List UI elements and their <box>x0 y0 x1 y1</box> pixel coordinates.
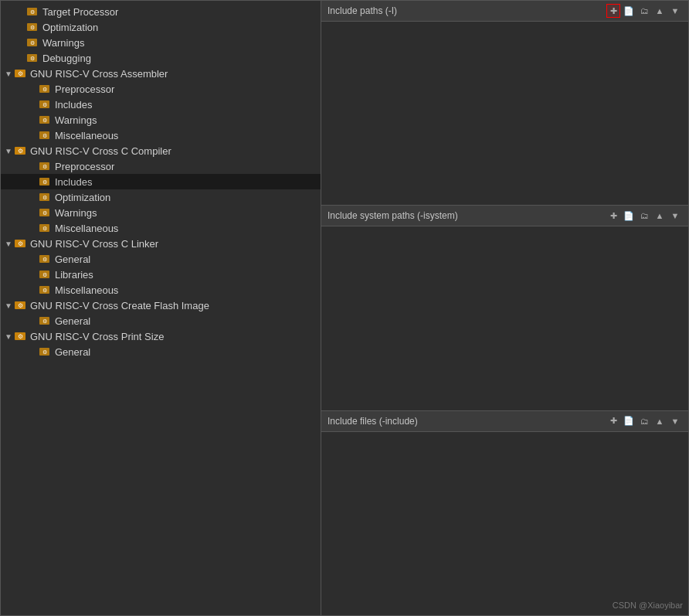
svg-text:⚙: ⚙ <box>42 257 46 262</box>
tree-item-miscellaneous-3[interactable]: ⚙Miscellaneous <box>1 282 321 298</box>
tree-item-optimization-1[interactable]: ⚙Optimization <box>1 19 321 35</box>
tree-label-target-processor: Target Processor <box>42 6 317 18</box>
tree-item-warnings-2[interactable]: ⚙Warnings <box>1 112 321 128</box>
tree-icon-general-3: ⚙ <box>38 345 52 358</box>
tree-icon-general-1: ⚙ <box>38 253 52 265</box>
tree-item-debugging[interactable]: ⚙Debugging <box>1 50 321 66</box>
tree-label-miscellaneous-2: Miscellaneous <box>55 223 317 234</box>
svg-text:⚙: ⚙ <box>42 318 46 324</box>
tree-icon-preprocessor-1: ⚙ <box>38 83 52 95</box>
tree-item-general-2[interactable]: ⚙General <box>1 313 321 328</box>
tree-item-optimization-2[interactable]: ⚙Optimization <box>1 189 321 205</box>
svg-text:⚙: ⚙ <box>29 9 34 15</box>
tree-item-gnu-linker[interactable]: ▼⚙GNU RISC-V Cross C Linker <box>1 236 321 251</box>
tree-label-warnings-1: Warnings <box>42 37 317 49</box>
include-paths-down-button[interactable]: ▼ <box>668 4 682 18</box>
tree-icon-libraries: ⚙ <box>38 268 52 281</box>
include-paths-up-button[interactable]: ▲ <box>653 4 667 18</box>
section-include-files: Include files (-include)✚📄🗂▲▼ <box>321 411 688 615</box>
tree-panel: ⚙Target Processor⚙Optimization⚙Warnings⚙… <box>1 1 321 615</box>
tree-item-preprocessor-1[interactable]: ⚙Preprocessor <box>1 81 321 97</box>
tree-label-general-3: General <box>55 346 317 358</box>
svg-text:⚙: ⚙ <box>42 102 46 107</box>
include-files-folder-button[interactable]: 📄 <box>622 414 636 428</box>
svg-text:⚙: ⚙ <box>42 272 46 277</box>
tree-item-warnings-1[interactable]: ⚙Warnings <box>1 35 321 50</box>
tree-icon-preprocessor-2: ⚙ <box>38 160 52 172</box>
include-files-add-button[interactable]: ✚ <box>606 414 620 428</box>
tree-item-gnu-assembler[interactable]: ▼⚙GNU RISC-V Cross Assembler <box>1 66 321 81</box>
section-header-include-paths: Include paths (-I)✚📄🗂▲▼ <box>321 1 688 22</box>
tree-item-gnu-flash[interactable]: ▼⚙GNU RISC-V Cross Create Flash Image <box>1 298 321 313</box>
tree-item-includes-2[interactable]: ⚙Includes <box>1 174 321 189</box>
tree-item-general-3[interactable]: ⚙General <box>1 344 321 359</box>
section-toolbar-include-files: ✚📄🗂▲▼ <box>606 414 682 428</box>
tree-item-target-processor[interactable]: ⚙Target Processor <box>1 4 321 19</box>
include-files-down-button[interactable]: ▼ <box>668 414 682 428</box>
tree-icon-miscellaneous-1: ⚙ <box>38 129 52 141</box>
tree-label-gnu-assembler: GNU RISC-V Cross Assembler <box>30 68 317 80</box>
tree-icon-debugging: ⚙ <box>25 52 39 64</box>
svg-text:⚙: ⚙ <box>17 70 22 77</box>
tree-label-miscellaneous-3: Miscellaneous <box>55 284 317 296</box>
tree-item-warnings-3[interactable]: ⚙Warnings <box>1 205 321 220</box>
tree-label-general-1: General <box>55 254 317 265</box>
svg-text:⚙: ⚙ <box>29 40 34 46</box>
include-paths-workspace-button[interactable]: 🗂 <box>637 4 651 18</box>
tree-icon-miscellaneous-3: ⚙ <box>38 284 52 296</box>
tree-item-gnu-c-compiler[interactable]: ▼⚙GNU RISC-V Cross C Compiler <box>1 143 321 158</box>
include-system-folder-button[interactable]: 📄 <box>622 209 636 223</box>
section-title-include-files: Include files (-include) <box>328 416 418 427</box>
tree-icon-warnings-2: ⚙ <box>38 114 52 126</box>
tree-label-gnu-flash: GNU RISC-V Cross Create Flash Image <box>30 300 317 311</box>
tree-arrow-gnu-c-compiler: ▼ <box>4 147 13 155</box>
tree-item-preprocessor-2[interactable]: ⚙Preprocessor <box>1 158 321 174</box>
include-files-workspace-button[interactable]: 🗂 <box>637 414 651 428</box>
tree-label-optimization-1: Optimization <box>42 22 317 33</box>
include-system-add-button[interactable]: ✚ <box>606 209 620 223</box>
tree-icon-includes-2: ⚙ <box>38 175 52 188</box>
tree-icon-gnu-assembler: ⚙ <box>13 67 27 80</box>
svg-text:⚙: ⚙ <box>42 226 46 231</box>
tree-label-libraries: Libraries <box>55 269 317 281</box>
include-files-up-button[interactable]: ▲ <box>653 414 667 428</box>
tree-item-gnu-print[interactable]: ▼⚙GNU RISC-V Cross Print Size <box>1 328 321 344</box>
svg-text:⚙: ⚙ <box>42 210 46 216</box>
tree-item-libraries[interactable]: ⚙Libraries <box>1 267 321 282</box>
include-paths-add-button[interactable]: ✚ <box>606 4 620 18</box>
svg-text:⚙: ⚙ <box>17 240 22 247</box>
tree-icon-includes-1: ⚙ <box>38 98 52 111</box>
section-title-include-paths: Include paths (-I) <box>328 5 397 16</box>
tree-item-general-1[interactable]: ⚙General <box>1 251 321 267</box>
include-system-up-button[interactable]: ▲ <box>653 209 667 223</box>
svg-text:⚙: ⚙ <box>17 302 22 309</box>
tree-icon-optimization-1: ⚙ <box>25 21 39 33</box>
include-paths-folder-button[interactable]: 📄 <box>622 4 636 18</box>
section-include-paths: Include paths (-I)✚📄🗂▲▼ <box>321 1 688 206</box>
tree-icon-warnings-3: ⚙ <box>38 206 52 219</box>
tree-item-includes-1[interactable]: ⚙Includes <box>1 97 321 112</box>
tree-label-debugging: Debugging <box>42 53 317 64</box>
include-system-down-button[interactable]: ▼ <box>668 209 682 223</box>
watermark: CSDN @Xiaoyibar <box>613 601 683 610</box>
svg-text:⚙: ⚙ <box>42 164 46 169</box>
tree-item-miscellaneous-1[interactable]: ⚙Miscellaneous <box>1 128 321 143</box>
svg-text:⚙: ⚙ <box>42 87 46 92</box>
svg-text:⚙: ⚙ <box>42 349 46 355</box>
svg-text:⚙: ⚙ <box>42 179 46 185</box>
tree-label-gnu-linker: GNU RISC-V Cross C Linker <box>30 238 317 250</box>
tree-icon-gnu-linker: ⚙ <box>13 237 27 250</box>
svg-text:⚙: ⚙ <box>29 56 34 61</box>
tree-icon-warnings-1: ⚙ <box>25 36 39 49</box>
tree-item-miscellaneous-2[interactable]: ⚙Miscellaneous <box>1 220 321 236</box>
tree-icon-optimization-2: ⚙ <box>38 191 52 203</box>
svg-text:⚙: ⚙ <box>42 195 46 200</box>
tree-label-preprocessor-1: Preprocessor <box>55 83 317 95</box>
section-content-include-system <box>321 226 688 410</box>
include-system-workspace-button[interactable]: 🗂 <box>637 209 651 223</box>
tree-label-warnings-2: Warnings <box>55 114 317 126</box>
section-toolbar-include-system: ✚📄🗂▲▼ <box>606 209 682 223</box>
tree-icon-miscellaneous-2: ⚙ <box>38 222 52 234</box>
tree-arrow-gnu-flash: ▼ <box>4 301 13 310</box>
section-include-system: Include system paths (-isystem)✚📄🗂▲▼ <box>321 206 688 410</box>
